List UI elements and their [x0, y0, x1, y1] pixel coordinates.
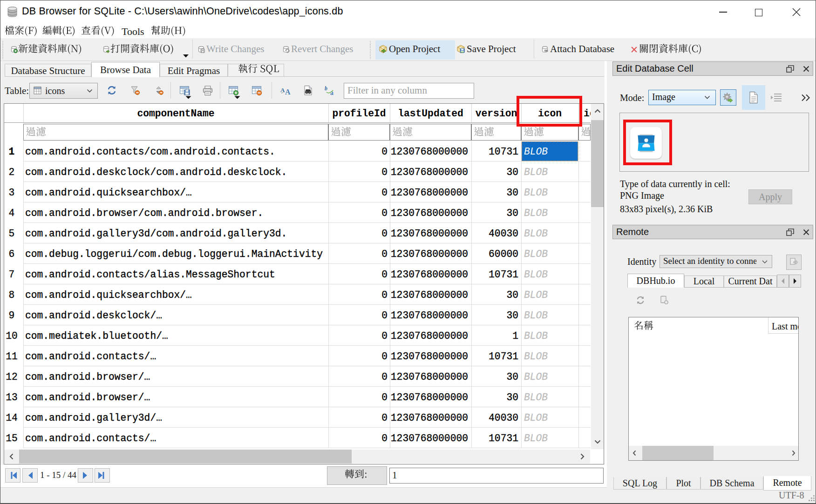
- svg-text:A: A: [285, 88, 291, 95]
- svg-text:b: b: [325, 86, 327, 92]
